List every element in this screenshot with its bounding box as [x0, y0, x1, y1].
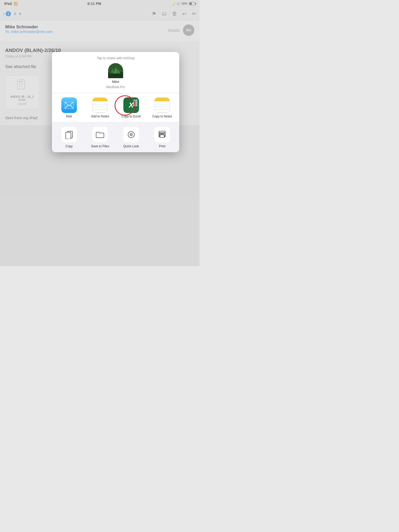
share-actions-row: Copy Save to Files Quick Look: [52, 123, 179, 152]
mail-app-icon: [61, 97, 77, 113]
action-print-button[interactable]: Print: [148, 127, 176, 148]
airdrop-hint: Tap to share with AirDrop: [56, 56, 175, 60]
airdrop-section: Tap to share with AirDrop Mike: [52, 52, 179, 93]
quick-look-label: Quick Look: [123, 144, 139, 148]
action-quick-look-button[interactable]: Quick Look: [117, 127, 145, 148]
airdrop-device-item[interactable]: Mike MacBook Pro: [106, 63, 125, 89]
excel-app-icon: X: [123, 97, 139, 113]
quick-look-icon-box: [123, 127, 139, 142]
share-copy-to-excel-button[interactable]: X Copy to Excel: [117, 97, 145, 118]
airdrop-device-subtitle: MacBook Pro: [106, 85, 125, 89]
mail-label: Mail: [66, 115, 72, 118]
notes-app-icon: [92, 97, 108, 113]
airdrop-device-name: Mike: [112, 80, 119, 84]
copy-to-notes-icon: [154, 97, 170, 113]
copy-to-notes-label: Copy to Notes: [152, 115, 172, 118]
action-save-to-files-button[interactable]: Save to Files: [86, 127, 114, 148]
svg-point-22: [131, 134, 132, 135]
print-label: Print: [159, 144, 165, 148]
share-copy-to-notes-button[interactable]: Copy to Notes: [148, 97, 176, 118]
excel-grid-icon: [133, 99, 137, 106]
airdrop-device-avatar: [108, 63, 123, 78]
share-sheet: Tap to share with AirDrop Mike: [52, 52, 179, 152]
airdrop-devices-list: Mike MacBook Pro: [56, 63, 175, 89]
share-add-to-notes-button[interactable]: Add to Notes: [86, 97, 114, 118]
svg-line-15: [65, 105, 68, 109]
save-to-files-icon-box: [92, 127, 108, 142]
svg-point-26: [164, 134, 165, 135]
share-mail-button[interactable]: Mail: [55, 97, 83, 118]
add-to-notes-label: Add to Notes: [91, 115, 109, 118]
copy-label: Copy: [65, 144, 73, 148]
copy-to-excel-label: Copy to Excel: [122, 115, 141, 118]
share-apps-row: Mail Add to Notes X: [52, 93, 179, 123]
copy-icon-box: [61, 127, 77, 142]
svg-rect-19: [66, 132, 71, 139]
svg-line-16: [70, 105, 74, 109]
print-icon-box: [154, 127, 170, 142]
svg-rect-25: [160, 135, 164, 137]
action-copy-button[interactable]: Copy: [55, 127, 83, 148]
save-to-files-label: Save to Files: [91, 144, 109, 148]
